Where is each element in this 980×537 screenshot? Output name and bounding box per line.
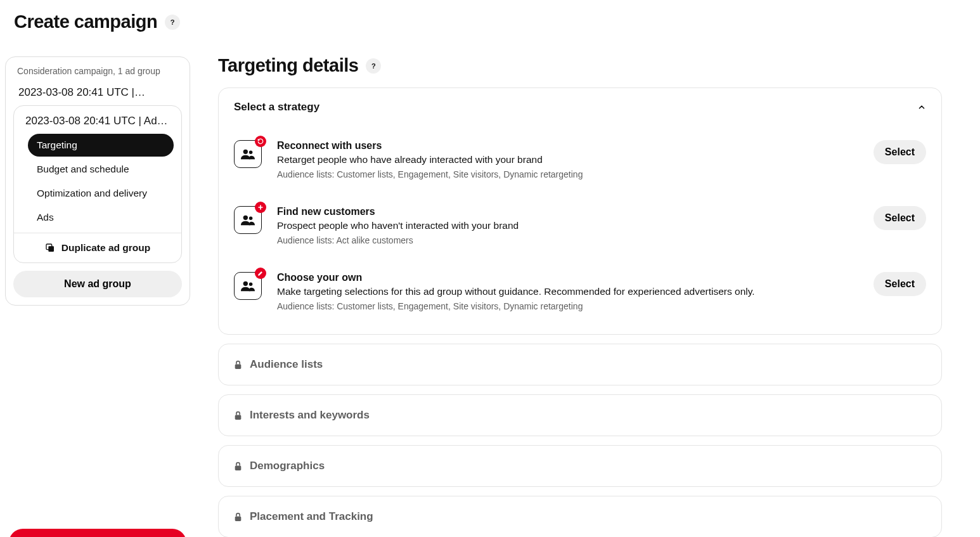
lock-icon [234,360,242,370]
campaign-summary: Consideration campaign, 1 ad group [13,65,182,82]
locked-title: Audience lists [250,358,323,371]
people-icon [234,206,262,234]
strategy-card-header[interactable]: Select a strategy [219,88,941,126]
strategy-desc: Retarget people who have already interac… [277,154,858,165]
main-content: Targeting details ? Select a strategy [218,37,980,537]
people-icon [234,272,262,300]
help-icon[interactable]: ? [165,15,180,30]
adgroup-card: 2023-03-08 20:41 UTC | Ad… Targeting Bud… [13,105,182,263]
strategy-meta: Audience lists: Customer lists, Engageme… [277,301,858,311]
adgroup-nav: Targeting Budget and schedule Optimizati… [14,134,181,233]
svg-point-2 [243,150,248,154]
svg-rect-11 [235,415,242,420]
nav-item-optimization[interactable]: Optimization and delivery [28,182,174,205]
plus-badge-icon [255,202,266,213]
strategy-meta: Audience lists: Act alike customers [277,235,858,245]
strategy-title: Find new customers [277,206,858,217]
svg-rect-1 [48,246,54,252]
strategy-desc: Prospect people who haven't interacted w… [277,220,858,231]
locked-title: Placement and Tracking [250,510,373,523]
campaign-title[interactable]: 2023-03-08 20:41 UTC |… [13,82,182,105]
select-button[interactable]: Select [874,272,926,296]
main-title: Targeting details [218,55,358,76]
help-icon[interactable]: ? [366,58,381,74]
duplicate-icon [45,243,55,253]
strategy-desc: Make targeting selections for this ad gr… [277,286,858,297]
locked-section-interests: Interests and keywords [218,394,942,436]
svg-rect-12 [235,465,242,470]
strategy-card: Select a strategy [218,87,942,335]
locked-title: Interests and keywords [250,409,370,422]
lock-icon [234,512,242,522]
locked-title: Demographics [250,460,325,472]
locked-section-placement: Placement and Tracking [218,496,942,537]
publish-button[interactable]: Publish [9,529,186,537]
svg-point-4 [243,216,248,220]
people-icon [234,140,262,168]
chevron-up-icon [917,103,926,112]
duplicate-label: Duplicate ad group [61,242,150,254]
strategy-card-title: Select a strategy [234,101,319,113]
strategy-new-customers: Find new customers Prospect people who h… [234,184,926,250]
sidebar: Consideration campaign, 1 ad group 2023-… [5,37,190,537]
strategy-title: Reconnect with users [277,140,858,152]
strategy-reconnect: Reconnect with users Retarget people who… [234,126,926,184]
svg-point-8 [243,281,248,286]
new-adgroup-button[interactable]: New ad group [13,271,182,297]
pencil-badge-icon [255,268,266,279]
lock-icon [234,462,242,471]
campaign-panel: Consideration campaign, 1 ad group 2023-… [5,56,190,306]
select-button[interactable]: Select [874,206,926,230]
nav-item-targeting[interactable]: Targeting [28,134,174,157]
strategy-title: Choose your own [277,272,858,283]
svg-point-3 [249,151,253,155]
adgroup-title[interactable]: 2023-03-08 20:41 UTC | Ad… [14,106,181,134]
strategy-choose-own: Choose your own Make targeting selection… [234,250,926,316]
lock-icon [234,411,242,420]
svg-rect-13 [235,516,242,521]
nav-item-budget[interactable]: Budget and schedule [28,158,174,181]
page-title: Create campaign [14,11,157,32]
select-button[interactable]: Select [874,140,926,164]
strategy-meta: Audience lists: Customer lists, Engageme… [277,169,858,179]
nav-item-ads[interactable]: Ads [28,206,174,229]
svg-point-9 [249,283,253,287]
duplicate-adgroup-button[interactable]: Duplicate ad group [14,233,181,262]
reconnect-badge-icon [255,136,266,147]
locked-section-audience-lists: Audience lists [218,344,942,385]
svg-rect-10 [235,364,242,369]
locked-section-demographics: Demographics [218,445,942,487]
svg-point-5 [249,217,253,221]
